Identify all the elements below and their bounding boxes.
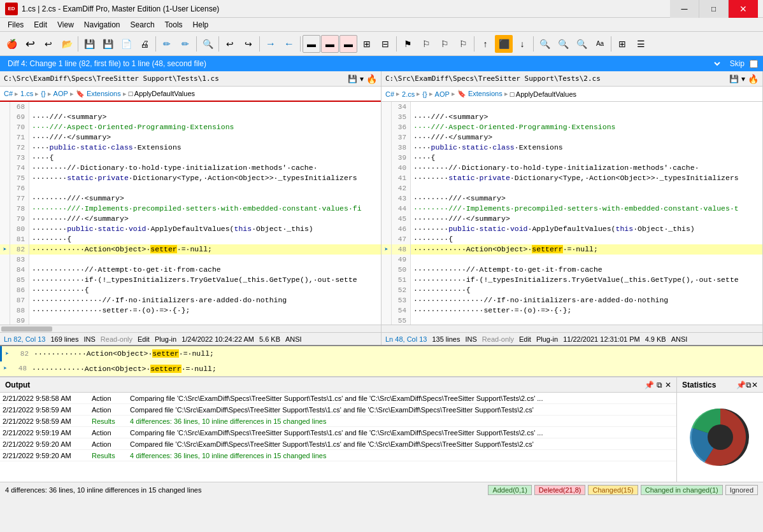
nav-up[interactable]: ↑ xyxy=(476,35,494,53)
save-button[interactable]: 💾 xyxy=(80,35,98,53)
open-folder-button[interactable]: 📂 xyxy=(58,35,76,53)
menu-view[interactable]: View xyxy=(52,19,79,31)
reopen-button[interactable]: ↩ xyxy=(39,35,57,53)
right-menu-icon[interactable]: ▾ xyxy=(741,74,745,83)
prev-diff-button[interactable]: ← xyxy=(280,35,298,53)
right-code-scroll[interactable]: 34 35····///·<summary> 36····///·Aspect·… xyxy=(382,102,762,325)
left-line-69: 69····///·<summary> xyxy=(0,112,381,122)
right-line-39: 39····{ xyxy=(382,153,762,163)
stats-pin-button[interactable]: 📌 xyxy=(736,381,746,389)
right-hscroll[interactable] xyxy=(382,325,762,332)
out-action-1: Action xyxy=(92,395,130,402)
menu-navigation[interactable]: Navigation xyxy=(79,19,125,31)
skip-checkbox[interactable] xyxy=(750,60,758,68)
right-line-35: 35····///·<summary> xyxy=(382,112,762,122)
out-time-2: 2/21/2022 9:58:59 AM xyxy=(3,406,92,414)
diff-selector[interactable]: Diff 4: Change 1 line (82, first file) t… xyxy=(5,59,722,69)
stats-close-button[interactable]: ✕ xyxy=(752,381,758,389)
out-action-6: Results xyxy=(92,452,130,459)
output-float-button[interactable]: ⧉ xyxy=(657,381,662,389)
left-code-scroll[interactable]: 68 69····///·<summary> 70····///·Aspect·… xyxy=(0,102,381,325)
diff-preview-line2: ➤ 48 ············Action<Object>·setterr·… xyxy=(0,361,763,377)
output-title: Output xyxy=(5,381,642,389)
output-pin-button[interactable]: 📌 xyxy=(645,381,654,389)
search-prev[interactable]: 🔍 xyxy=(536,35,553,53)
separator-7 xyxy=(396,36,397,52)
find-button[interactable]: 🔍 xyxy=(199,35,217,53)
save-right-button[interactable]: 💾 xyxy=(99,35,117,53)
out-time-1: 2/21/2022 9:58:58 AM xyxy=(3,395,92,402)
window-controls: ─ □ ✕ xyxy=(670,0,758,18)
output-close-button[interactable]: ✕ xyxy=(665,381,671,389)
search-opt[interactable]: Aa xyxy=(591,35,609,53)
left-save-icon[interactable]: 💾 xyxy=(348,74,357,83)
menu-edit[interactable]: Edit xyxy=(29,19,52,31)
status-message: 4 differences: 36 lines, 10 inline diffe… xyxy=(5,486,485,494)
menu-tools[interactable]: Tools xyxy=(160,19,188,31)
left-plugin: Plug-in xyxy=(155,335,176,343)
minimize-button[interactable]: ─ xyxy=(670,0,699,18)
left-line-80: 80········public·static·void·ApplyDefaul… xyxy=(0,224,381,234)
search-next[interactable]: 🔍 xyxy=(554,35,572,53)
left-arrow-68 xyxy=(0,102,10,112)
left-flame-icon[interactable]: 🔥 xyxy=(366,74,377,84)
left-line-79: 79········///·</summary> xyxy=(0,214,381,224)
view-btn2[interactable]: ▬ xyxy=(321,35,339,53)
open-button[interactable]: ↩ xyxy=(21,35,39,53)
right-line-55: 55 xyxy=(382,316,762,325)
undo-button[interactable]: ↩ xyxy=(221,35,239,53)
nav-bookmark[interactable]: ⬛ xyxy=(495,35,513,53)
save-as-button[interactable]: 📄 xyxy=(117,35,135,53)
left-menu-icon[interactable]: ▾ xyxy=(360,74,364,83)
left-line-85: 85············if·(!_typesInitializers.Tr… xyxy=(0,275,381,285)
nav-down[interactable]: ↓ xyxy=(513,35,531,53)
left-line-82: ➤ 82 ············Action<Object>·setter·=… xyxy=(0,244,381,255)
right-line-36: 36····///·Aspect·Oriented·Programming·Ex… xyxy=(382,122,762,132)
right-flame-icon[interactable]: 🔥 xyxy=(748,74,759,84)
new-button[interactable]: 🍎 xyxy=(3,35,20,53)
rbc-sep5: ▸ xyxy=(504,90,508,98)
rbc-brace: {} xyxy=(422,90,427,98)
edit-right-button[interactable]: ✏ xyxy=(176,35,194,53)
diff-preview-line1: ➤ 82 ············Action<Object>·setter·=… xyxy=(0,346,763,361)
print-button[interactable]: 🖨 xyxy=(136,35,153,53)
right-save-icon[interactable]: 💾 xyxy=(729,74,739,83)
output-content[interactable]: 2/21/2022 9:58:58 AM Action Comparing fi… xyxy=(0,393,676,482)
filter-btn1[interactable]: ⚑ xyxy=(399,35,417,53)
left-date: 1/24/2022 10:24:22 AM xyxy=(182,335,254,343)
left-ins: INS xyxy=(83,335,95,343)
window-title: 1.cs | 2.cs - ExamDiff Pro, Master Editi… xyxy=(22,4,670,13)
filter-btn4[interactable]: ⚐ xyxy=(454,35,472,53)
view-btn1[interactable]: ▬ xyxy=(303,35,320,53)
filter-btn3[interactable]: ⚐ xyxy=(436,35,453,53)
left-line-83: 83 xyxy=(0,255,381,265)
right-line-47: 47········{ xyxy=(382,234,762,244)
filter-btn2[interactable]: ⚐ xyxy=(417,35,435,53)
dp-content1: ············Action<Object>·setter·=·null… xyxy=(31,349,763,358)
output-row-2: 2/21/2022 9:58:59 AM Action Compared fil… xyxy=(0,404,676,416)
menu-help[interactable]: Help xyxy=(188,19,214,31)
left-file-path: C:\Src\ExamDiff\Specs\TreeSitter Support… xyxy=(4,74,345,83)
stats-chart xyxy=(685,402,755,472)
search-text[interactable]: 🔍 xyxy=(573,35,590,53)
view-btn4[interactable]: ⊞ xyxy=(358,35,376,53)
maximize-button[interactable]: □ xyxy=(699,0,729,18)
svg-point-1 xyxy=(708,424,733,450)
rbc-method: □ ApplyDefaultValues xyxy=(510,90,576,98)
separator-10 xyxy=(611,36,611,52)
next-diff-button[interactable]: → xyxy=(262,35,280,53)
diff-navigation-bar: Diff 4: Change 1 line (82, first file) t… xyxy=(0,56,763,71)
rbc-ext: 🔖 Extensions xyxy=(457,90,503,98)
view-btn5[interactable]: ⊟ xyxy=(376,35,394,53)
close-button[interactable]: ✕ xyxy=(729,0,758,18)
grid-view[interactable]: ⊞ xyxy=(613,35,631,53)
view-btn3[interactable]: ▬ xyxy=(339,35,357,53)
menu-search[interactable]: Search xyxy=(125,19,160,31)
menu-files[interactable]: Files xyxy=(3,19,29,31)
stats-float-button[interactable]: ⧉ xyxy=(746,381,752,389)
left-hscroll[interactable] xyxy=(0,325,381,332)
redo-button[interactable]: ↪ xyxy=(239,35,257,53)
edit-left-button[interactable]: ✏ xyxy=(158,35,176,53)
list-view[interactable]: ☰ xyxy=(632,35,650,53)
right-line-53: 53················//·If·no·initializers·… xyxy=(382,295,762,305)
